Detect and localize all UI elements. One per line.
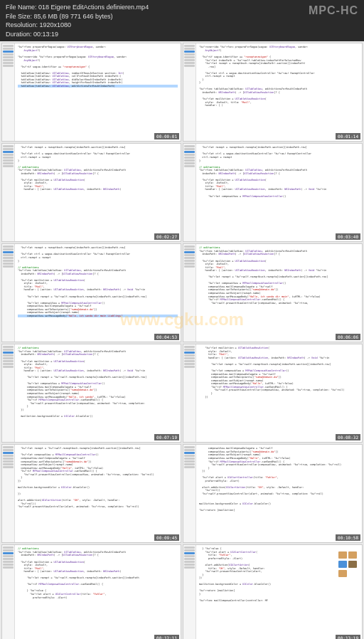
xcode-sidebar (2, 445, 15, 542)
xcode-sidebar (2, 244, 15, 342)
resolution-value: 1920x1080 (40, 21, 72, 28)
timestamp: 00:08:32 (336, 434, 360, 440)
code-editor: // editactions "kw">func tableView(table… (196, 244, 362, 342)
filename-value: 018 Eigene EditActions definieren.mp4 (38, 4, 149, 11)
timestamp: 00:01:14 (336, 133, 360, 139)
timestamp: 00:10:58 (336, 534, 360, 541)
timestamp: 00:09:45 (154, 534, 179, 541)
file-info-header: File Name: 018 Eigene EditActions defini… (0, 0, 364, 41)
code-editor: "kw">override "kw">func prepareForSegue(… (196, 43, 362, 141)
code-editor: "kw">let rezept = rezeptbuch.rezepte[ind… (15, 144, 181, 241)
timestamp: 00:04:53 (154, 334, 179, 340)
xcode-sidebar (2, 144, 15, 241)
code-editor: "kw">let rezept = rezeptbuch.rezepte[ind… (15, 244, 181, 342)
xcode-sidebar (183, 545, 196, 639)
xcode-sidebar (2, 545, 15, 639)
code-editor: // editactions "kw">func tableView(table… (15, 344, 181, 442)
timestamp: 00:07:19 (154, 434, 179, 440)
xcode-sidebar (183, 445, 196, 542)
thumbnail-pane[interactable]: "kw">override "kw">func prepareForSegue(… (183, 43, 363, 142)
code-editor: "kw">let rezept = rezeptbuch.rezepte[ind… (196, 144, 362, 241)
thumbnail-pane[interactable]: } "kw">else { "kw">let alert = UIAlertCo… (183, 544, 363, 639)
xcode-sidebar (183, 144, 196, 241)
filesize-value: 85,6 MB (89 771 646 bytes) (34, 13, 113, 20)
thumbnail-pane[interactable]: // editactions "kw">func tableView(table… (1, 344, 181, 443)
xcode-sidebar (183, 344, 196, 442)
resolution-label: Resolution: (6, 21, 38, 28)
thumbnail-pane[interactable]: "kw">let rezept = rezeptbuch.rezepte[ind… (183, 143, 363, 242)
thumbnail-pane[interactable]: // editactions "kw">func tableView(table… (1, 544, 181, 639)
duration-label: Duration: (6, 31, 32, 38)
thumbnail-pane[interactable]: "kw">let mailAction = UITableViewRowActi… (183, 344, 363, 443)
thumbnail-pane[interactable]: // editactions "kw">func tableView(table… (183, 243, 363, 342)
timestamp: 00:02:27 (154, 233, 179, 240)
xcode-sidebar (2, 43, 15, 141)
simulator-preview (338, 551, 359, 579)
app-logo: MPC-HC (309, 3, 358, 19)
timestamp: 00:13:19 (336, 635, 360, 639)
timestamp: 00:00:01 (154, 133, 179, 139)
thumbnail-pane[interactable]: "kw">let rezept = "kw">self.rezeptbuch.r… (1, 444, 181, 543)
thumbnail-pane[interactable]: "kw">let rezept = rezeptbuch.rezepte[ind… (1, 243, 181, 342)
thumbnail-pane[interactable]: composeView.mailComposeDelegate = "kw">s… (183, 444, 363, 543)
code-editor: // editactions "kw">func tableView(table… (15, 545, 181, 639)
timestamp: 00:06:06 (336, 334, 360, 340)
code-editor: "kw">let rezept = "kw">self.rezeptbuch.r… (15, 445, 181, 542)
thumbnail-grid: "kw">func prepareForSegue(segue: UIStory… (0, 41, 364, 639)
thumbnail-pane[interactable]: "kw">let rezept = rezeptbuch.rezepte[ind… (1, 143, 181, 242)
code-editor: "kw">func prepareForSegue(segue: UIStory… (15, 43, 181, 141)
code-editor: composeView.mailComposeDelegate = "kw">s… (196, 445, 362, 542)
filesize-label: File Size: (6, 13, 32, 20)
filename-label: File Name: (6, 4, 37, 11)
xcode-sidebar (2, 344, 15, 442)
timestamp: 00:12:11 (154, 635, 179, 639)
xcode-sidebar (183, 244, 196, 342)
thumbnail-pane[interactable]: "kw">func prepareForSegue(segue: UIStory… (1, 43, 181, 142)
timestamp: 00:03:40 (336, 233, 360, 240)
duration-value: 00:13:19 (33, 31, 58, 38)
xcode-sidebar (183, 43, 196, 141)
code-editor: "kw">let mailAction = UITableViewRowActi… (196, 344, 362, 442)
